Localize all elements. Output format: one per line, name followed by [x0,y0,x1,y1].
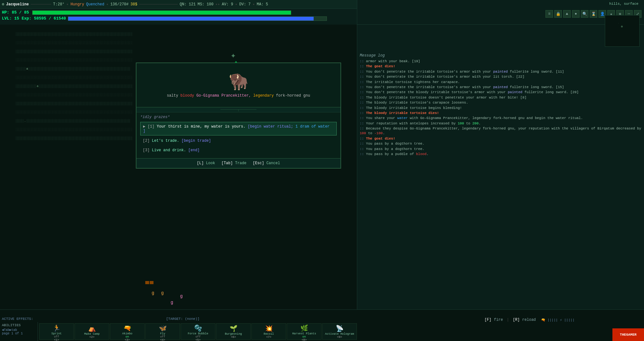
creature-adj-bloody: bloody [180,93,196,98]
recoil-name: Recoil [264,332,274,336]
ammo-display: 🔫 ||||| ⚡ ||||| [541,318,575,322]
option-1-text: Your thirst is mine, my water is yours. [157,124,248,129]
recoil-icon: 💥 [265,324,273,332]
exp-bar-fill [68,17,314,21]
message-log-title: Message log [360,53,641,58]
toolbar-search-icon[interactable]: 🔍 [581,10,588,18]
fly-status: off [160,335,165,338]
msg-2: :: The goat dies! [360,64,641,69]
forcebubble-status: off [196,335,201,338]
ability-sprint[interactable]: 🏃 Sprint off <1> [39,323,74,340]
ability-makecamp[interactable]: ⛺ Make Camp <2> [75,323,109,340]
harvestplants-name: Harvest Plants [292,332,316,335]
option-3-action: [end] [188,148,200,153]
msg-11: :: The bloody irritable tortoise dies! [360,111,641,116]
mini-map-tile: · [618,22,619,25]
av-stat: AV: 9 [222,2,233,7]
qn-stat: QN: 121 [180,2,196,7]
creature-main-name: Go-Gignama Prancekitter, [196,93,253,98]
ability-recoil[interactable]: 💥 Recoil <7> [251,323,286,340]
dialog-option-3[interactable]: [3] Live and drink. [end] [140,146,337,154]
ability-fly[interactable]: 🦋 Fly off <4> [145,323,180,340]
look-button[interactable]: [L] Look [197,161,215,165]
option-3-text: Live and drink. [152,148,188,153]
creature-sprite: 🦬 [229,72,248,92]
hunger-stat: Hungry [70,2,84,7]
ms-stat: MS: 100 [197,2,213,7]
msg-13: :: Your reputation with antelopes increa… [360,121,641,126]
dv-stat: DV: 7 [239,2,251,7]
thirst-stat: Quenched [86,2,105,7]
harvestplants-icon: 🌿 [300,324,308,332]
ability-forcebubble[interactable]: 🫧 Force Bubble off <5> [181,323,215,340]
money-stat: 38$ [130,2,137,7]
activatehologram-icon: 📡 [336,324,344,332]
bottom-bar: ACTIVE EFFECTS: [TARGET: (none)] [F] fir… [0,309,644,341]
toolbar-menu-icon[interactable]: ≡ [545,10,553,18]
effects-label: ACTIVE EFFECTS: [2,317,33,321]
option-2-text: Let's trade. [152,139,182,143]
mini-map: ☻ · [605,15,640,47]
creature-name-line: salty bloody Go-Gignama Prancekitter, le… [167,93,310,98]
active-effects-bar: ACTIVE EFFECTS: [0,316,164,322]
creature-adj-salty: salty [167,93,180,98]
burgeoning-key: <6> [231,336,236,339]
status-bars: HP: 85 / 85 LVL: 15 Exp: 58595 / 61540 [0,9,357,25]
forcebubble-name: Force Bubble [188,332,208,335]
msg-12: :: You share your water with Go-Gignama … [360,116,641,121]
dialog-scroll-divider: ─────────┬───────── [136,107,340,112]
dialog-option-2[interactable]: [2] Let's trade. [begin trade] [140,137,337,145]
msg-4: :: You don't penetrate the irritable tor… [360,75,641,79]
burgeoning-name: Burgeoning [225,332,242,336]
ability-burgeoning[interactable]: 🌱 Burgeoning <6> [216,323,251,340]
msg-1: :: armor with your beak. [19] [360,59,641,64]
burgeoning-icon: 🌱 [230,324,238,332]
msg-14: :: Because they despise Go-Gignama Pranc… [360,126,641,136]
mini-map-area: hills, surface ☻ · [607,0,644,39]
akimbo-status: on [126,335,129,338]
option-1-action2: 1 dram of water [296,124,330,129]
msg-10: :: The bloody irritable tortoise begins … [360,106,641,111]
msg-7: :: You don't penetrate the bloody irrita… [360,90,641,95]
toolbar-hourglass-icon[interactable]: ⌛ [590,10,597,18]
creature-adj-legendary: legendary [253,93,276,98]
ability-akimbo[interactable]: 🔫 Akimbo on <3> [110,323,145,340]
msg-9: :: The bloody irritable tortoise's carap… [360,100,641,105]
ability-harvestplants[interactable]: 🌿 Harvest Plants on <8> [287,323,322,340]
sprint-name: Sprint [51,332,62,335]
msg-16: :: You pass by a dogthorn tree. [360,141,641,146]
dialog-idle-text: *idly grazes* [140,115,337,119]
ma-stat: MA: 5 [257,2,268,7]
harvestplants-key: <8> [302,338,307,341]
dialog-option-1[interactable]: ▶ [1] Your thirst is mine, my water is y… [140,122,337,135]
toolbar-triangle-icon[interactable]: ▲ [563,10,571,18]
sprint-icon: 🏃 [53,324,61,332]
location-display: hills, surface [608,1,643,6]
msg-18: :: You pass by a puddle of blood. [360,152,641,157]
fire-label: fire [494,318,503,322]
cancel-button[interactable]: [Esc] Cancel [253,161,280,165]
hp-row: HP: 85 / 85 [2,10,355,15]
ability-activatehologram[interactable]: 📡 Activate Hologram <9> [322,323,357,340]
dialog-buttons: [L] Look [Tab] Trade [Esc] Cancel [136,158,340,168]
recoil-key: <7> [266,336,271,339]
akimbo-key: <3> [125,338,130,341]
toolbar-lock-icon[interactable]: 🔒 [554,10,562,18]
toolbar-area: ≡ 🔒 ▲ ● 🔍 ⌛ 👤 ★ ⊕ ↔ ⤢ [357,0,644,25]
player-icon: ⚙ [2,2,4,7]
trade-button[interactable]: [Tab] Trade [221,161,246,165]
map-creature-2: g [161,290,164,296]
fire-reload-display: [F] fire | [R] reload 🔫 ||||| ⚡ ||||| [485,318,575,322]
msg-17: :: You pass by a dogthorn tree. [360,147,641,152]
msg-5: :: The irritable tortoise tightens her c… [360,80,641,85]
creature-adj-rest: fork-horned gnu [276,93,310,98]
map-creature-4: g [180,294,183,299]
map-creature-3: g [171,300,173,305]
toolbar-circle-icon[interactable]: ● [572,10,580,18]
activatehologram-key: <9> [337,336,342,339]
target-label: [TARGET: (none)] [166,317,200,321]
dialog-text-area: *idly grazes* ▶ [1] Your thirst is mine,… [136,112,340,158]
option-3-num: [3] [143,148,152,153]
harvestplants-status: on [303,335,306,338]
akimbo-icon: 🔫 [123,324,131,332]
